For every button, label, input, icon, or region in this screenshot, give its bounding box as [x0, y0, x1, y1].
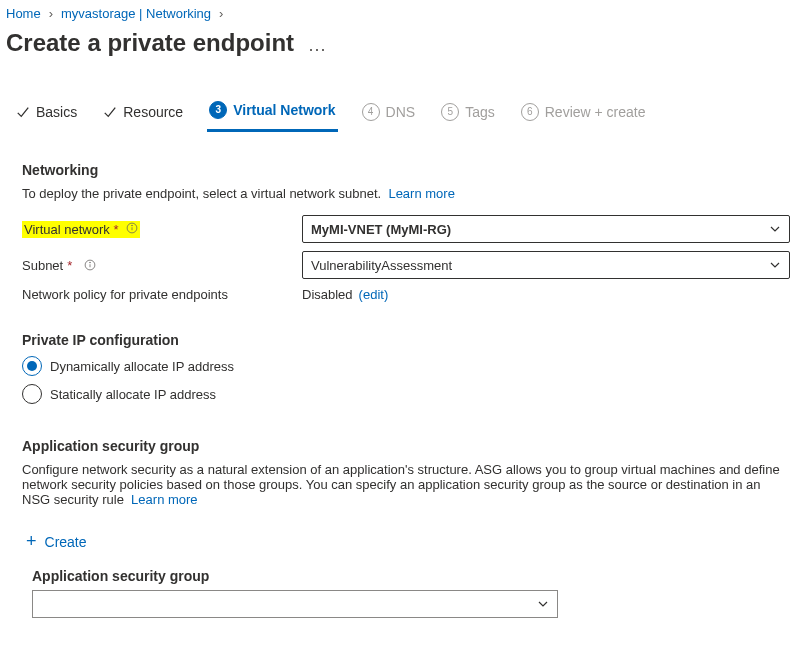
subnet-select[interactable]: VulnerabilityAssessment	[302, 251, 790, 279]
ip-dynamic-option[interactable]: Dynamically allocate IP address	[22, 356, 792, 376]
check-icon	[103, 105, 117, 119]
required-icon: *	[67, 258, 72, 273]
virtual-network-select[interactable]: MyMI-VNET (MyMI-RG)	[302, 215, 790, 243]
breadcrumb-home[interactable]: Home	[6, 6, 41, 21]
network-policy-value: Disabled	[302, 287, 353, 302]
chevron-right-icon: ›	[219, 6, 223, 21]
asg-learn-more-link[interactable]: Learn more	[131, 492, 197, 507]
info-icon[interactable]	[84, 259, 96, 271]
radio-label: Dynamically allocate IP address	[50, 359, 234, 374]
select-value: VulnerabilityAssessment	[311, 258, 452, 273]
networking-learn-more-link[interactable]: Learn more	[388, 186, 454, 201]
step-number-icon: 6	[521, 103, 539, 121]
tab-label: Review + create	[545, 104, 646, 120]
asg-sub-label: Application security group	[32, 568, 792, 584]
breadcrumb: Home › myvastorage | Networking ›	[6, 4, 804, 27]
section-asg-head: Application security group	[22, 438, 792, 454]
tab-dns: 4 DNS	[360, 97, 418, 131]
section-ipconfig-head: Private IP configuration	[22, 332, 792, 348]
chevron-down-icon	[769, 223, 781, 235]
section-networking-desc: To deploy the private endpoint, select a…	[22, 186, 792, 201]
network-policy-edit-link[interactable]: (edit)	[359, 287, 389, 302]
tab-label: Basics	[36, 104, 77, 120]
chevron-down-icon	[769, 259, 781, 271]
tab-virtual-network[interactable]: 3 Virtual Network	[207, 95, 337, 132]
step-number-icon: 3	[209, 101, 227, 119]
subnet-label: Subnet	[22, 258, 63, 273]
select-value: MyMI-VNET (MyMI-RG)	[311, 222, 451, 237]
svg-point-2	[131, 225, 132, 226]
virtual-network-label: Virtual network *	[22, 221, 140, 238]
tab-label: Virtual Network	[233, 102, 335, 118]
tab-label: Resource	[123, 104, 183, 120]
tab-tags: 5 Tags	[439, 97, 497, 131]
plus-icon: +	[26, 531, 37, 552]
create-label: Create	[45, 534, 87, 550]
info-icon[interactable]	[126, 222, 138, 234]
section-networking-head: Networking	[22, 162, 792, 178]
tab-label: Tags	[465, 104, 495, 120]
chevron-right-icon: ›	[49, 6, 53, 21]
ip-static-option[interactable]: Statically allocate IP address	[22, 384, 792, 404]
network-policy-label: Network policy for private endpoints	[22, 287, 228, 302]
more-actions-button[interactable]: ⋯	[308, 38, 328, 60]
check-icon	[16, 105, 30, 119]
radio-label: Statically allocate IP address	[50, 387, 216, 402]
asg-create-button[interactable]: + Create	[26, 531, 87, 552]
page-title: Create a private endpoint	[6, 29, 294, 57]
svg-point-5	[90, 262, 91, 263]
tab-review-create: 6 Review + create	[519, 97, 648, 131]
step-number-icon: 5	[441, 103, 459, 121]
step-number-icon: 4	[362, 103, 380, 121]
tab-basics[interactable]: Basics	[14, 98, 79, 130]
section-asg-desc: Configure network security as a natural …	[22, 462, 792, 507]
radio-icon	[22, 356, 42, 376]
asg-select[interactable]	[32, 590, 558, 618]
tab-resource[interactable]: Resource	[101, 98, 185, 130]
chevron-down-icon	[537, 598, 549, 610]
wizard-tabs: Basics Resource 3 Virtual Network 4 DNS …	[14, 95, 804, 132]
tab-label: DNS	[386, 104, 416, 120]
breadcrumb-resource[interactable]: myvastorage | Networking	[61, 6, 211, 21]
radio-icon	[22, 384, 42, 404]
